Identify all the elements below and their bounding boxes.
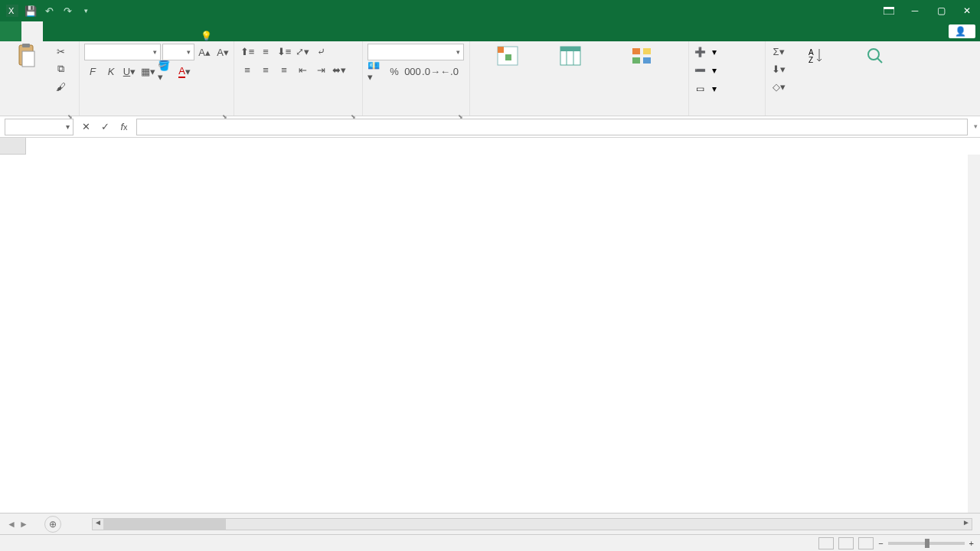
table-icon bbox=[558, 44, 583, 68]
merge-icon[interactable]: ⬌▾ bbox=[331, 62, 348, 77]
ribbon-options-icon[interactable] bbox=[876, 0, 902, 21]
tab-view[interactable] bbox=[150, 21, 172, 41]
group-editing bbox=[770, 112, 975, 116]
paste-button[interactable] bbox=[5, 44, 49, 70]
column-headers[interactable] bbox=[26, 138, 968, 155]
tab-powerpivot[interactable] bbox=[172, 21, 193, 41]
tab-home[interactable] bbox=[21, 21, 43, 41]
tab-data[interactable] bbox=[107, 21, 129, 41]
qat-dropdown-icon[interactable]: ▾ bbox=[78, 3, 93, 18]
comma-icon[interactable]: 000 bbox=[404, 64, 421, 79]
enter-formula-icon[interactable]: ✓ bbox=[96, 119, 114, 135]
signin-link[interactable] bbox=[932, 21, 944, 41]
share-icon: 👤 bbox=[955, 26, 966, 37]
sort-filter-button[interactable]: AZ bbox=[790, 44, 844, 70]
tab-file[interactable] bbox=[0, 21, 21, 41]
group-number bbox=[368, 112, 465, 116]
spreadsheet-grid[interactable] bbox=[0, 138, 980, 513]
fx-icon[interactable]: fx bbox=[115, 119, 133, 135]
zoom-in-icon[interactable]: + bbox=[969, 539, 974, 548]
page-layout-view-icon[interactable] bbox=[838, 537, 854, 549]
increase-font-icon[interactable]: A▴ bbox=[196, 44, 213, 60]
align-middle-icon[interactable]: ≡ bbox=[257, 44, 274, 59]
page-break-view-icon[interactable] bbox=[858, 537, 874, 549]
align-center-icon[interactable]: ≡ bbox=[257, 62, 274, 77]
find-select-button[interactable] bbox=[847, 44, 903, 70]
row-headers[interactable] bbox=[0, 155, 26, 513]
undo-icon[interactable]: ↶ bbox=[41, 3, 57, 18]
vertical-scrollbar[interactable] bbox=[968, 155, 980, 513]
formula-input[interactable]: ▾ bbox=[136, 119, 968, 135]
number-format-combo[interactable] bbox=[368, 44, 464, 60]
align-top-icon[interactable]: ⬆≡ bbox=[239, 44, 256, 59]
font-name-combo[interactable] bbox=[84, 44, 161, 60]
align-left-icon[interactable]: ≡ bbox=[239, 62, 256, 77]
border-icon[interactable]: ▦▾ bbox=[139, 64, 156, 79]
close-icon[interactable]: ✕ bbox=[954, 0, 980, 21]
italic-icon[interactable]: K bbox=[103, 64, 119, 79]
format-cells-button[interactable]: ▭ ▾ bbox=[694, 80, 717, 97]
redo-icon[interactable]: ↷ bbox=[60, 3, 75, 18]
excel-icon: X bbox=[5, 3, 20, 18]
zoom-out-icon[interactable]: − bbox=[878, 539, 883, 548]
sheet-nav-last-icon[interactable]: ► bbox=[18, 519, 29, 530]
minimize-icon[interactable]: ─ bbox=[902, 0, 928, 21]
maximize-icon[interactable]: ▢ bbox=[928, 0, 954, 21]
font-color-icon[interactable]: A▾ bbox=[176, 64, 193, 79]
tell-me[interactable]: 💡 bbox=[201, 31, 215, 41]
copy-icon[interactable]: ⧉ bbox=[52, 61, 69, 77]
clear-icon[interactable]: ◇▾ bbox=[770, 79, 787, 94]
tab-insert[interactable] bbox=[43, 21, 64, 41]
increase-decimal-icon[interactable]: .0→ bbox=[423, 64, 439, 79]
svg-line-21 bbox=[877, 58, 882, 63]
cancel-formula-icon[interactable]: ✕ bbox=[77, 119, 95, 135]
horizontal-scrollbar[interactable] bbox=[92, 518, 972, 530]
format-painter-icon[interactable]: 🖌 bbox=[52, 79, 69, 94]
autosum-icon[interactable]: Σ▾ bbox=[770, 44, 787, 59]
decrease-font-icon[interactable]: A▾ bbox=[214, 44, 231, 60]
underline-icon[interactable]: U▾ bbox=[121, 64, 138, 79]
tab-layout[interactable] bbox=[64, 21, 86, 41]
font-size-combo[interactable] bbox=[162, 44, 194, 60]
svg-rect-9 bbox=[505, 54, 511, 60]
decrease-decimal-icon[interactable]: ←.0 bbox=[441, 64, 458, 79]
name-box[interactable] bbox=[5, 119, 74, 135]
cut-icon[interactable]: ✂ bbox=[52, 44, 69, 59]
bold-icon[interactable]: F bbox=[84, 64, 101, 79]
format-cells-icon: ▭ bbox=[694, 83, 706, 95]
group-styles bbox=[475, 112, 684, 116]
align-right-icon[interactable]: ≡ bbox=[276, 62, 292, 77]
svg-rect-16 bbox=[632, 57, 640, 64]
insert-cells-button[interactable]: ➕ ▾ bbox=[694, 44, 717, 60]
delete-cells-icon: ➖ bbox=[694, 64, 706, 77]
share-button[interactable]: 👤 bbox=[949, 24, 975, 38]
group-clipboard bbox=[5, 112, 74, 116]
format-as-table-button[interactable] bbox=[543, 44, 597, 70]
tab-formulas[interactable] bbox=[86, 21, 107, 41]
fill-icon[interactable]: ⬇▾ bbox=[770, 61, 787, 77]
sheet-nav-first-icon[interactable]: ◄ bbox=[6, 519, 17, 530]
percent-icon[interactable]: % bbox=[386, 64, 403, 79]
zoom-slider[interactable] bbox=[888, 542, 965, 545]
expand-formula-icon[interactable]: ▾ bbox=[974, 122, 978, 130]
conditional-formatting-button[interactable] bbox=[475, 44, 540, 70]
fill-color-icon[interactable]: 🪣▾ bbox=[158, 64, 175, 79]
svg-rect-14 bbox=[632, 48, 640, 54]
currency-icon[interactable]: 💶▾ bbox=[368, 64, 384, 79]
add-sheet-button[interactable]: ⊕ bbox=[44, 516, 61, 533]
cells-area[interactable] bbox=[26, 155, 968, 513]
save-icon[interactable]: 💾 bbox=[23, 3, 38, 18]
normal-view-icon[interactable] bbox=[818, 537, 834, 549]
decrease-indent-icon[interactable]: ⇤ bbox=[294, 62, 311, 77]
delete-cells-button[interactable]: ➖ ▾ bbox=[694, 62, 717, 79]
select-all-corner[interactable] bbox=[0, 138, 26, 155]
cell-styles-button[interactable] bbox=[600, 44, 684, 70]
increase-indent-icon[interactable]: ⇥ bbox=[312, 62, 329, 77]
group-font bbox=[84, 112, 229, 116]
tab-review[interactable] bbox=[129, 21, 150, 41]
ribbon: ✂ ⧉ 🖌 A▴ A▾ F K U▾ ▦▾ 🪣▾ A▾ bbox=[0, 41, 980, 116]
orientation-icon[interactable]: ⤢▾ bbox=[294, 44, 311, 59]
ribbon-tabs: 💡 👤 bbox=[0, 21, 980, 41]
wrap-text-icon[interactable]: ⤶ bbox=[312, 44, 329, 59]
align-bottom-icon[interactable]: ⬇≡ bbox=[276, 44, 292, 59]
